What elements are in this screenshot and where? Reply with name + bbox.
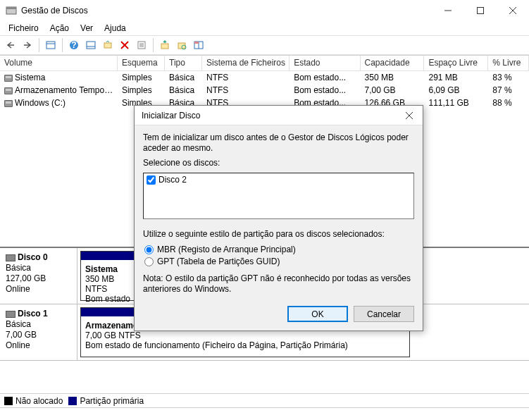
refresh-icon[interactable] (100, 37, 116, 53)
action1-icon[interactable] (157, 37, 173, 53)
dialog-close-button[interactable] (399, 107, 420, 124)
minimize-button[interactable] (432, 0, 464, 21)
properties-icon[interactable] (134, 37, 149, 53)
disk-icon (6, 254, 15, 261)
col-esquema[interactable]: Esquema (118, 56, 165, 70)
volume-icon (4, 87, 13, 94)
volume-icon (4, 75, 13, 82)
svg-rect-24 (194, 42, 199, 44)
disk-checkbox[interactable] (147, 175, 156, 185)
table-header: Volume Esquema Tipo Sistema de Ficheiros… (0, 56, 529, 71)
svg-rect-1 (6, 7, 16, 9)
close-button[interactable] (497, 0, 529, 21)
svg-rect-6 (46, 42, 55, 49)
col-espaco[interactable]: Espaço Livre (424, 56, 488, 70)
disk-icon (6, 311, 15, 318)
disk-info: Disco 1 Básica 7,00 GB Online (0, 304, 77, 360)
view-bottom-icon[interactable] (83, 37, 99, 53)
maximize-button[interactable] (464, 0, 497, 21)
svg-rect-12 (104, 43, 111, 48)
ok-button[interactable]: OK (287, 306, 348, 322)
forward-icon[interactable] (20, 37, 35, 53)
swatch-primary (68, 397, 77, 405)
svg-rect-19 (161, 44, 168, 49)
table-row[interactable]: Armazenamento Temporário Simples Básica … (0, 84, 529, 97)
menu-ver[interactable]: Ver (75, 22, 99, 35)
window-title: Gestão de Discos (21, 6, 432, 16)
col-livre[interactable]: % Livre (488, 56, 529, 70)
dialog-note: Nota: O estilo da partição GPT não é rec… (143, 273, 414, 295)
view-top-icon[interactable] (43, 37, 58, 53)
disk-list: Disco 2 (143, 173, 414, 219)
col-sistema[interactable]: Sistema de Ficheiros (202, 56, 290, 70)
mbr-radio[interactable] (144, 245, 154, 254)
delete-icon[interactable] (117, 37, 132, 53)
action2-icon[interactable] (174, 37, 189, 53)
legend: Não alocado Partição primária (0, 393, 529, 407)
style-prompt: Utilize o seguinte estilo de partição pa… (143, 229, 414, 239)
radio-mbr[interactable]: MBR (Registo de Arranque Principal) (144, 245, 414, 254)
disk-option[interactable]: Disco 2 (147, 175, 411, 185)
dialog-title: Inicializar Disco (142, 111, 399, 121)
menubar: Ficheiro Ação Ver Ajuda (0, 21, 529, 35)
cancel-button[interactable]: Cancelar (354, 306, 414, 322)
app-icon (6, 5, 17, 16)
menu-acao[interactable]: Ação (44, 22, 75, 35)
titlebar: Gestão de Discos (0, 0, 529, 21)
col-volume[interactable]: Volume (0, 56, 118, 70)
col-capacidade[interactable]: Capacidade (361, 56, 425, 70)
dialog-instruction: Tem de inicializar um disco antes de o G… (143, 132, 414, 154)
radio-gpt[interactable]: GPT (Tabela de Partições GUID) (144, 257, 414, 266)
col-estado[interactable]: Estado (290, 56, 360, 70)
dialog-titlebar[interactable]: Inicializar Disco (135, 106, 423, 125)
menu-ajuda[interactable]: Ajuda (99, 22, 132, 35)
table-row[interactable]: Sistema Simples Básica NTFS Bom estado..… (0, 71, 529, 84)
col-tipo[interactable]: Tipo (165, 56, 202, 70)
select-prompt: Selecione os discos: (143, 158, 414, 168)
partition[interactable]: Sistema 350 MB NTFS Bom estado (80, 251, 137, 301)
gpt-radio[interactable] (144, 257, 154, 266)
back-icon[interactable] (3, 37, 18, 53)
volume-table: Volume Esquema Tipo Sistema de Ficheiros… (0, 55, 529, 109)
initialize-disk-dialog: Inicializar Disco Tem de inicializar um … (134, 105, 423, 331)
svg-text:?: ? (71, 40, 76, 50)
action3-icon[interactable] (191, 37, 206, 53)
menu-ficheiro[interactable]: Ficheiro (3, 22, 44, 35)
svg-rect-3 (478, 7, 484, 13)
disk-info: Disco 0 Básica 127,00 GB Online (0, 248, 77, 304)
toolbar: ? (0, 35, 529, 55)
svg-rect-10 (87, 42, 95, 49)
statusbar (0, 407, 529, 420)
help-icon[interactable]: ? (66, 37, 82, 53)
swatch-unallocated (4, 397, 13, 405)
volume-icon (4, 100, 13, 107)
